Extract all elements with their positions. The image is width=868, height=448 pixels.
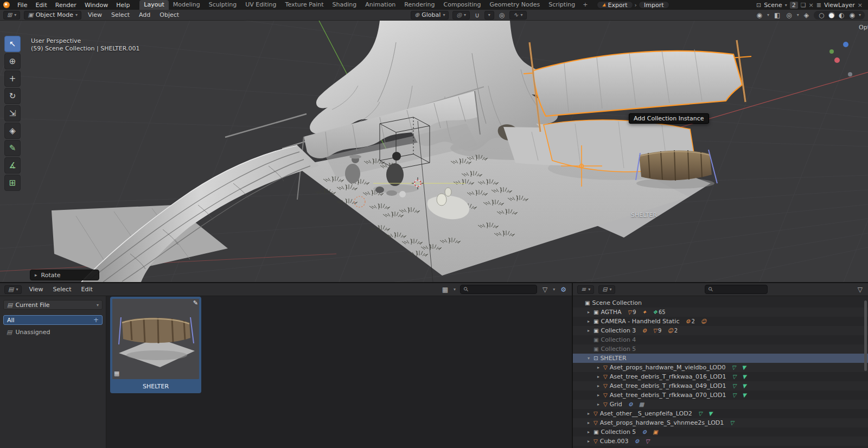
catalog-item-all[interactable]: All + bbox=[3, 315, 103, 325]
expand-arrow-icon[interactable]: ▸ bbox=[596, 383, 601, 388]
add-catalog-icon[interactable]: + bbox=[93, 316, 99, 324]
display-mode-dropdown[interactable]: ⊟ ▾ bbox=[598, 285, 615, 294]
expand-arrow-icon[interactable]: ▸ bbox=[586, 420, 591, 425]
expand-arrow-icon[interactable]: ▸ bbox=[586, 430, 591, 434]
snap-magnet-toggle[interactable]: ∪ bbox=[474, 12, 481, 18]
tool-transform[interactable]: ◈ bbox=[4, 123, 21, 139]
chevron-down-icon[interactable]: ▾ bbox=[454, 287, 456, 292]
expand-arrow-icon[interactable]: ▸ bbox=[596, 374, 601, 379]
expand-arrow-icon[interactable]: ▸ bbox=[586, 328, 591, 333]
asset-search[interactable]: ⚲ bbox=[460, 285, 537, 294]
asset-card-shelter[interactable]: ✎ ▦ bbox=[110, 297, 201, 393]
menu-edit[interactable]: Edit bbox=[78, 285, 95, 293]
instance-tarp-textured[interactable] bbox=[636, 150, 717, 189]
expand-arrow-icon[interactable]: ▸ bbox=[586, 319, 591, 324]
display-mode-icon[interactable]: ▦ bbox=[441, 286, 449, 293]
chevron-down-icon[interactable]: ▾ bbox=[859, 12, 861, 17]
asset-source-dropdown[interactable]: ▤ Current File ▾ bbox=[3, 300, 103, 310]
tool-scale[interactable]: ⇲ bbox=[4, 105, 21, 121]
outliner-row-collection-4[interactable]: ▣ Collection 4 bbox=[573, 335, 868, 344]
xray-toggle[interactable]: ◧ bbox=[773, 12, 781, 18]
gizmos-toggle[interactable]: ◈ bbox=[803, 12, 810, 18]
shading-wireframe-button[interactable]: ○ bbox=[818, 12, 825, 18]
close-icon[interactable]: × bbox=[809, 2, 814, 8]
editor-type-button[interactable]: ⊞ ▾ bbox=[3, 11, 20, 20]
snapping-dropdown[interactable]: ▾ bbox=[484, 11, 494, 20]
expand-arrow-icon[interactable]: ▸ bbox=[596, 402, 601, 407]
chevron-down-icon[interactable]: ▾ bbox=[767, 12, 769, 17]
outliner-row-collection-3[interactable]: ▸ ▣ Collection 3 ⚙ ▽9 ☺2 bbox=[573, 326, 868, 335]
menu-help[interactable]: Help bbox=[112, 1, 133, 9]
filter-icon[interactable]: ▽ bbox=[541, 286, 548, 293]
chevron-down-icon[interactable]: ▾ bbox=[797, 12, 799, 17]
export-button[interactable]: ▲ Export bbox=[597, 1, 633, 9]
outliner-row-scene-collection[interactable]: ▣ Scene Collection bbox=[573, 298, 868, 308]
workspace-tab-uv-editing[interactable]: UV Editing bbox=[241, 0, 280, 10]
overlays-toggle[interactable]: ◎ bbox=[785, 12, 793, 18]
menu-render[interactable]: Render bbox=[52, 1, 80, 9]
outliner-row-shelter[interactable]: ▾ ⊡ SHELTER bbox=[573, 354, 868, 363]
shading-material-button[interactable]: ◐ bbox=[838, 12, 845, 18]
chevron-down-icon[interactable]: ▾ bbox=[785, 3, 787, 8]
shading-solid-button[interactable]: ● bbox=[828, 12, 835, 18]
navigation-gizmo[interactable] bbox=[829, 42, 852, 76]
editor-type-button[interactable]: ▤ ▾ bbox=[4, 285, 22, 294]
scene-users-count[interactable]: 2 bbox=[790, 2, 798, 9]
menu-add[interactable]: Add bbox=[136, 11, 153, 19]
tool-move[interactable]: + bbox=[4, 71, 21, 87]
proportional-falloff-dropdown[interactable]: ∿ ▾ bbox=[509, 11, 526, 20]
menu-edit[interactable]: Edit bbox=[31, 1, 50, 9]
outliner-row-grid[interactable]: ▸ ▽ Grid ⚙ ▦ bbox=[573, 400, 868, 409]
filter-icon[interactable]: ▽ bbox=[857, 286, 864, 293]
shading-rendered-button[interactable]: ◉ bbox=[848, 12, 856, 18]
expand-arrow-icon[interactable]: ▸ bbox=[586, 439, 591, 444]
viewlayer-selector[interactable]: ViewLayer bbox=[824, 2, 855, 9]
copy-scene-icon[interactable]: ❏ bbox=[801, 2, 806, 8]
menu-view[interactable]: View bbox=[26, 285, 46, 293]
pencil-icon[interactable]: ✎ bbox=[193, 299, 198, 306]
workspace-tab-sculpting[interactable]: Sculpting bbox=[205, 0, 241, 10]
workspace-tab-compositing[interactable]: Compositing bbox=[439, 0, 486, 10]
outliner-search-input[interactable] bbox=[716, 286, 764, 293]
workspace-tab-texture-paint[interactable]: Texture Paint bbox=[281, 0, 328, 10]
viewport-3d[interactable]: User Perspective (59) Scene Collection |… bbox=[0, 21, 868, 282]
outliner-row-cube-003[interactable]: ▸ ▽ Cube.003 ⚙ ▽ bbox=[573, 437, 868, 446]
tool-select-box[interactable]: ↖ bbox=[4, 36, 21, 52]
expand-arrow-icon[interactable]: ▸ bbox=[596, 393, 601, 398]
expand-arrow-icon[interactable]: ▸ bbox=[596, 365, 601, 370]
tool-rotate[interactable]: ↻ bbox=[4, 88, 21, 104]
asset-search-input[interactable] bbox=[471, 286, 533, 293]
close-icon[interactable]: × bbox=[858, 2, 863, 8]
scene-selector[interactable]: Scene bbox=[764, 2, 782, 9]
scrollbar[interactable] bbox=[864, 300, 867, 371]
workspace-tab-rendering[interactable]: Rendering bbox=[400, 0, 439, 10]
workspace-tab-modeling[interactable]: Modeling bbox=[169, 0, 205, 10]
object-visibility-dropdown[interactable]: ◉ bbox=[755, 12, 763, 18]
options-dropdown[interactable]: Options bbox=[859, 24, 868, 31]
editor-type-button[interactable]: ≡ ▾ bbox=[577, 285, 594, 294]
menu-object[interactable]: Object bbox=[157, 11, 182, 19]
blender-logo-icon[interactable] bbox=[3, 2, 10, 8]
menu-view[interactable]: View bbox=[85, 11, 105, 19]
workspace-tab-shading[interactable]: Shading bbox=[328, 0, 361, 10]
catalog-item-unassigned[interactable]: ▤ Unassigned bbox=[3, 327, 103, 337]
menu-file[interactable]: File bbox=[14, 1, 31, 9]
scene-canvas[interactable] bbox=[0, 21, 868, 282]
gear-icon[interactable]: ⚙ bbox=[559, 286, 567, 293]
expand-arrow-icon[interactable]: ▸ bbox=[586, 411, 591, 416]
add-workspace-button[interactable]: + bbox=[579, 0, 591, 10]
outliner-row-aset-tree-070[interactable]: ▸ ▽ Aset_tree_debris_T_rfkkwaa_070_LOD1 … bbox=[573, 391, 868, 400]
proportional-editing-toggle[interactable]: ◎ bbox=[498, 12, 506, 18]
menu-select[interactable]: Select bbox=[50, 285, 74, 293]
tool-measure[interactable]: ∡ bbox=[4, 157, 21, 174]
workspace-tab-layout[interactable]: Layout bbox=[139, 0, 168, 10]
outliner-search[interactable]: ⚲ bbox=[705, 285, 768, 294]
pivot-point-dropdown[interactable]: ◎ ▾ bbox=[452, 11, 470, 20]
outliner-row-agtha[interactable]: ▸ ▣ AGTHA ▽9 ✦ ❖65 bbox=[573, 308, 868, 317]
outliner-row-collection-5b[interactable]: ▸ ▣ Collection 5 ⚙ ▣ bbox=[573, 427, 868, 437]
workspace-tab-scripting[interactable]: Scripting bbox=[544, 0, 579, 10]
outliner-row-aset-other[interactable]: ▸ ▽ Aset_other__S_uenpfeifa_LOD2 ▽ ▼ bbox=[573, 409, 868, 418]
tool-add-cube[interactable]: ⊞ bbox=[4, 175, 21, 191]
menu-window[interactable]: Window bbox=[81, 1, 112, 9]
expand-arrow-icon[interactable]: ▸ bbox=[586, 310, 591, 315]
